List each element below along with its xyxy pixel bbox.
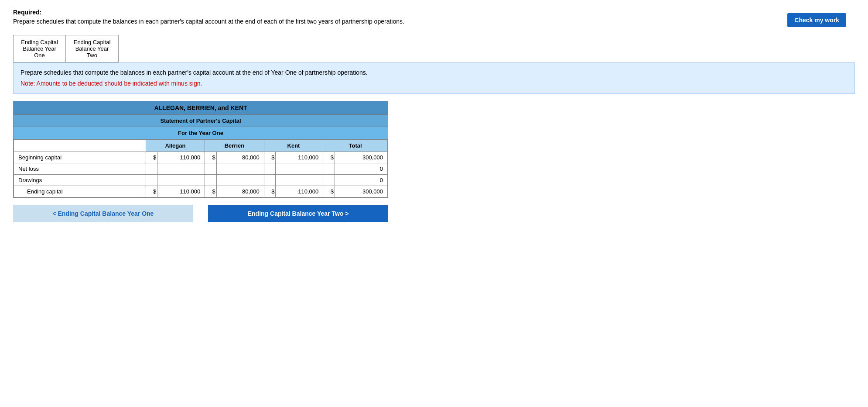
total-symbol-drawings <box>323 174 335 186</box>
col-header-label <box>14 139 146 152</box>
kent-symbol-ending: $ <box>264 186 276 197</box>
kent-net-loss-input[interactable] <box>276 163 323 174</box>
allegan-value-beginning: 110,000 <box>157 152 205 163</box>
berrien-net-loss-input[interactable] <box>217 163 264 174</box>
total-value-ending: 300,000 <box>335 186 387 197</box>
partners-capital-table: Allegan Berrien Kent Total Beginning cap… <box>14 139 388 197</box>
kent-input-drawings[interactable] <box>276 174 323 186</box>
allegan-net-loss-input[interactable] <box>157 163 205 174</box>
total-value-drawings: 0 <box>335 174 387 186</box>
total-symbol-net-loss <box>323 163 335 174</box>
partners-capital-table-wrapper: ALLEGAN, BERRIEN, and KENT Statement of … <box>13 101 388 198</box>
berrien-input-drawings[interactable] <box>216 174 264 186</box>
berrien-symbol-net-loss <box>205 163 217 174</box>
required-label: Required: <box>13 9 855 16</box>
kent-value-ending: 110,000 <box>276 186 323 197</box>
table-subtitle: Statement of Partner's Capital <box>14 115 388 127</box>
table-row: Beginning capital $ 110,000 $ 80,000 $ 1… <box>14 152 388 163</box>
berrien-symbol-drawings <box>205 174 217 186</box>
berrien-symbol-ending: $ <box>205 186 217 197</box>
row-label-ending-capital: Ending capital <box>14 186 146 197</box>
next-button[interactable]: Ending Capital Balance Year Two > <box>208 205 388 222</box>
instruction-note: Note: Amounts to be deducted should be i… <box>21 79 847 88</box>
tab-year-one[interactable]: Ending CapitalBalance YearOne <box>14 35 66 62</box>
kent-drawings-input[interactable] <box>276 175 323 186</box>
table-title: ALLEGAN, BERRIEN, and KENT <box>14 101 388 115</box>
row-label-net-loss: Net loss <box>14 163 146 174</box>
tab-year-two[interactable]: Ending CapitalBalance YearTwo <box>66 35 118 62</box>
total-value-net-loss: 0 <box>335 163 387 174</box>
berrien-drawings-input[interactable] <box>217 175 264 186</box>
berrien-input-net-loss[interactable] <box>216 163 264 174</box>
kent-value-beginning: 110,000 <box>276 152 323 163</box>
allegan-drawings-input[interactable] <box>157 175 205 186</box>
prev-button[interactable]: < Ending Capital Balance Year One <box>13 205 193 222</box>
allegan-value-ending: 110,000 <box>157 186 205 197</box>
kent-symbol-beginning: $ <box>264 152 276 163</box>
berrien-value-ending: 80,000 <box>216 186 264 197</box>
allegan-input-net-loss[interactable] <box>157 163 205 174</box>
table-year-label: For the Year One <box>14 127 388 139</box>
total-value-beginning: 300,000 <box>335 152 387 163</box>
col-header-allegan: Allegan <box>146 139 205 152</box>
instruction-text: Prepare schedules that compute the balan… <box>21 68 847 77</box>
allegan-input-drawings[interactable] <box>157 174 205 186</box>
allegan-symbol-ending: $ <box>146 186 157 197</box>
kent-input-net-loss[interactable] <box>276 163 323 174</box>
col-header-kent: Kent <box>264 139 323 152</box>
total-symbol-ending: $ <box>323 186 335 197</box>
table-row: Net loss 0 <box>14 163 388 174</box>
table-row: Ending capital $ 110,000 $ 80,000 $ 110,… <box>14 186 388 197</box>
kent-symbol-drawings <box>264 174 276 186</box>
required-text: Prepare schedules that compute the balan… <box>13 17 855 26</box>
instruction-box: Prepare schedules that compute the balan… <box>13 62 855 94</box>
check-my-work-button[interactable]: Check my work <box>787 13 846 27</box>
required-section: Required: Prepare schedules that compute… <box>13 9 855 26</box>
col-header-berrien: Berrien <box>205 139 264 152</box>
tabs-container: Ending CapitalBalance YearOne Ending Cap… <box>13 35 119 62</box>
table-row: Drawings 0 <box>14 174 388 186</box>
allegan-symbol-drawings <box>146 174 157 186</box>
allegan-symbol-beginning: $ <box>146 152 157 163</box>
row-label-beginning-capital: Beginning capital <box>14 152 146 163</box>
kent-symbol-net-loss <box>264 163 276 174</box>
total-symbol-beginning: $ <box>323 152 335 163</box>
row-label-drawings: Drawings <box>14 174 146 186</box>
allegan-symbol-net-loss <box>146 163 157 174</box>
berrien-value-beginning: 80,000 <box>216 152 264 163</box>
nav-buttons: < Ending Capital Balance Year One Ending… <box>13 205 388 222</box>
berrien-symbol-beginning: $ <box>205 152 217 163</box>
col-header-total: Total <box>323 139 388 152</box>
